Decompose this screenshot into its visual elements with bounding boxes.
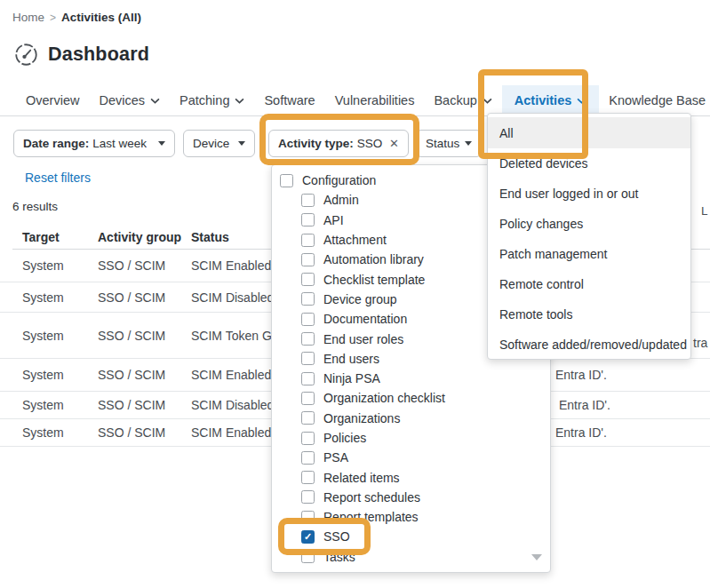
status-filter[interactable]: Status <box>416 130 482 157</box>
cell-status: SCIM Enabled <box>191 258 271 273</box>
checkbox-unchecked[interactable] <box>301 213 315 226</box>
menu-item-label: End users <box>323 352 379 366</box>
caret-down-icon <box>238 141 245 146</box>
close-icon[interactable]: ✕ <box>389 138 399 149</box>
date-range-value: Last week <box>92 137 147 150</box>
breadcrumb: Home > Activities (All) <box>12 11 141 24</box>
checkbox-unchecked[interactable] <box>301 372 315 385</box>
checkbox-unchecked[interactable] <box>301 550 315 563</box>
scroll-down-icon[interactable] <box>531 554 542 560</box>
menu-item-policy-changes[interactable]: Policy changes <box>488 209 690 239</box>
checkbox-unchecked[interactable] <box>301 352 315 365</box>
menu-item-label: Policies <box>323 431 366 445</box>
menu-item-label: Tasks <box>323 550 355 564</box>
menu-item-psa[interactable]: PSA <box>272 448 550 467</box>
activity-type-filter[interactable]: Activity type: SSO ✕ <box>268 130 409 157</box>
cell-message-fragment: Entra ID'. <box>559 398 610 412</box>
menu-item-organizations[interactable]: Organizations <box>272 409 550 428</box>
cell-activity-group: SSO / SCIM <box>98 425 165 440</box>
checkbox-unchecked[interactable] <box>301 490 315 504</box>
menu-item-software-added-removed[interactable]: Software added/removed/updated <box>488 330 690 360</box>
checkbox-unchecked[interactable] <box>301 511 315 524</box>
menu-item-label: Report templates <box>323 510 419 524</box>
breadcrumb-current: Activities (All) <box>61 11 141 24</box>
menu-item-deleted-devices[interactable]: Deleted devices <box>488 148 690 179</box>
status-filter-label: Status <box>426 137 459 150</box>
cell-activity-group: SSO / SCIM <box>98 368 165 382</box>
cell-activity-group: SSO / SCIM <box>98 329 165 343</box>
menu-item-report-schedules[interactable]: Report schedules <box>272 488 550 507</box>
menu-item-ninja-psa[interactable]: Ninja PSA <box>272 369 550 388</box>
date-range-filter[interactable]: Date range: Last week <box>13 130 175 157</box>
tab-vulnerabilities[interactable]: Vulnerabilities <box>325 85 425 115</box>
tab-backup[interactable]: Backup <box>424 85 501 115</box>
menu-item-patch-management[interactable]: Patch management <box>488 239 690 269</box>
column-header-activity-group: Activity group <box>98 230 181 244</box>
menu-item-label: Attachment <box>323 233 387 247</box>
checkbox-unchecked[interactable] <box>301 411 315 425</box>
checkbox-unchecked[interactable] <box>301 451 315 465</box>
menu-item-label: End user roles <box>323 332 403 346</box>
checkbox-checked[interactable]: ✓ <box>301 530 315 544</box>
menu-item-label: Device group <box>323 292 397 306</box>
menu-item-tasks[interactable]: Tasks <box>272 547 550 567</box>
checkbox-unchecked[interactable] <box>301 234 315 247</box>
menu-item-end-user-logged[interactable]: End user logged in or out <box>488 179 690 209</box>
checkbox-unchecked[interactable] <box>301 392 315 405</box>
menu-item-organization-checklist[interactable]: Organization checklist <box>272 388 550 408</box>
cell-activity-group: SSO / SCIM <box>98 290 165 305</box>
caret-down-icon <box>465 141 472 146</box>
tab-overview[interactable]: Overview <box>16 85 89 115</box>
cell-status: SCIM Disabled <box>191 290 274 305</box>
menu-item-label: SSO <box>323 529 350 544</box>
cell-message-fragment: Entra ID'. <box>555 425 607 440</box>
tab-software[interactable]: Software <box>254 85 324 115</box>
checkbox-unchecked[interactable] <box>301 432 315 445</box>
caret-down-icon <box>158 141 165 146</box>
menu-item-label: Related items <box>323 471 400 485</box>
tab-label: Knowledge Base <box>609 93 706 107</box>
date-range-label: Date range: <box>23 137 89 150</box>
cell-target: System <box>22 398 64 412</box>
tab-devices[interactable]: Devices <box>89 85 170 115</box>
checkbox-unchecked[interactable] <box>301 471 315 484</box>
menu-item-sso[interactable]: ✓SSO <box>272 527 550 546</box>
cell-target: System <box>22 368 64 382</box>
checkbox-unchecked[interactable] <box>301 313 315 326</box>
checkbox-unchecked[interactable] <box>301 332 315 346</box>
column-header-status: Status <box>191 230 229 244</box>
cell-target: System <box>22 258 64 273</box>
menu-item-label: Checklist template <box>323 273 425 287</box>
menu-item-label: Automation library <box>323 252 424 266</box>
device-filter[interactable]: Device <box>183 130 255 157</box>
tab-label: Backup <box>434 93 476 107</box>
checkbox-unchecked[interactable] <box>301 194 315 207</box>
page-title: Dashboard <box>48 44 149 66</box>
cell-status: SCIM Enabled <box>191 368 271 382</box>
reset-filters-link[interactable]: Reset filters <box>25 171 91 185</box>
tab-patching[interactable]: Patching <box>170 85 254 115</box>
checkbox-unchecked[interactable] <box>301 253 315 266</box>
checkbox-unchecked[interactable] <box>301 273 315 286</box>
cell-status: SCIM Enabled <box>191 425 271 440</box>
menu-item-label: PSA <box>323 450 348 465</box>
menu-item-label: Organizations <box>323 411 400 425</box>
menu-item-report-templates[interactable]: Report templates <box>272 507 550 527</box>
menu-item-label: Report schedules <box>323 490 420 505</box>
menu-item-related-items[interactable]: Related items <box>272 467 550 487</box>
cell-activity-group: SSO / SCIM <box>98 398 165 412</box>
dashboard-page: Home > Activities (All) Dashboard Overvi… <box>0 0 710 588</box>
menu-item-remote-control[interactable]: Remote control <box>488 269 690 299</box>
menu-item-all[interactable]: All <box>488 117 690 148</box>
cell-target: System <box>22 425 64 440</box>
chevron-down-icon <box>483 98 492 104</box>
menu-item-policies[interactable]: Policies <box>272 428 550 448</box>
breadcrumb-home-link[interactable]: Home <box>12 11 44 24</box>
tab-activities[interactable]: Activities <box>502 85 599 115</box>
tab-knowledge-base[interactable]: Knowledge Base <box>599 85 710 115</box>
menu-item-remote-tools[interactable]: Remote tools <box>488 299 690 330</box>
checkbox-unchecked[interactable] <box>280 174 293 187</box>
checkbox-unchecked[interactable] <box>301 292 315 306</box>
cell-status: SCIM Token Ge <box>191 329 279 343</box>
menu-item-label: Admin <box>323 193 359 207</box>
